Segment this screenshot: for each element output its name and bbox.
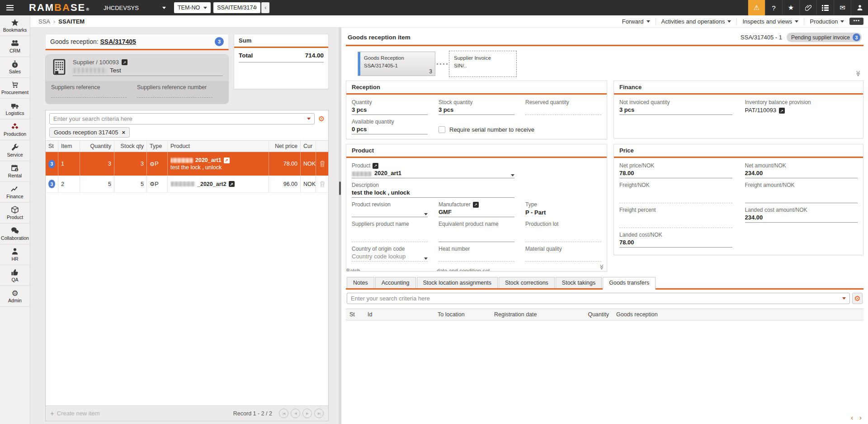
delete-row-icon[interactable]	[320, 161, 325, 167]
col-header-registration-date[interactable]: Registration date	[491, 309, 565, 320]
sidebar-item-sales[interactable]: $ Sales	[0, 57, 30, 78]
sidebar-item-procurement[interactable]: Procurement	[0, 78, 30, 99]
scroll-more-icon[interactable]: ≫	[599, 264, 605, 270]
table-row-selected[interactable]: 3 1 3 3 ⚙P 2020_art1 ↗	[46, 152, 328, 176]
transfers-settings-button[interactable]: ⚙	[852, 293, 863, 304]
rambase-logo[interactable]: RAMBASE®	[29, 2, 90, 14]
create-new-item-button[interactable]: + Create new item	[50, 410, 99, 417]
col-header-st[interactable]: St	[46, 141, 58, 152]
sidebar-item-bookmarks[interactable]: Bookmarks	[0, 15, 30, 36]
sidebar-item-qa[interactable]: QA	[0, 265, 30, 286]
tab-stock-takings[interactable]: Stock takings	[556, 277, 602, 288]
sidebar-item-crm[interactable]: CRM	[0, 36, 30, 57]
dropdown-caret-icon[interactable]	[511, 174, 514, 176]
landed-cost-field[interactable]: Landed cost/NOK 78.00	[619, 231, 732, 248]
equivalent-product-name-field[interactable]: Equivalent product name	[439, 220, 514, 242]
doc-back-button[interactable]: ‹	[261, 2, 269, 13]
open-product-link-icon[interactable]: ↗	[373, 163, 378, 169]
collapse-section-icon[interactable]: ≫	[855, 71, 862, 77]
menu-inspects-views[interactable]: Inspects and views	[742, 18, 798, 25]
tab-goods-transfers[interactable]: Goods transfers	[603, 277, 656, 290]
tab-stock-location-assignments[interactable]: Stock location assignments	[417, 277, 498, 288]
help-button[interactable]: ?	[765, 0, 782, 15]
col-header-product[interactable]: Product	[168, 141, 269, 152]
menu-activities-operations[interactable]: Activities and operations	[661, 18, 731, 25]
menu-production[interactable]: Production	[810, 18, 844, 25]
messages-button[interactable]: ✉	[834, 0, 851, 15]
task-list-button[interactable]	[816, 0, 834, 15]
more-actions-button[interactable]: •••	[849, 18, 863, 25]
doc-type-selector[interactable]: TEM-NO	[174, 2, 211, 13]
col-header-quantity[interactable]: Quantity	[565, 309, 613, 320]
col-header-item[interactable]: Item	[58, 141, 80, 152]
dropdown-caret-icon[interactable]	[424, 257, 428, 260]
manufacturer-field[interactable]: Manufacturer ↗ GMF	[439, 200, 514, 217]
col-header-stock-qty[interactable]: Stock qty	[114, 141, 147, 152]
freight-amount-field[interactable]: Freight amount/NOK	[745, 181, 858, 203]
flow-card-supplier-invoice[interactable]: Supplier Invoice SIN/..	[449, 51, 517, 77]
pagination-next-button[interactable]: ▶	[302, 409, 312, 418]
open-product-link-icon[interactable]: ↗	[224, 157, 230, 163]
pagination-first-button[interactable]: |◀	[279, 409, 288, 418]
country-of-origin-field[interactable]: Country of origin code Country code look…	[352, 245, 428, 262]
stock-quantity-field[interactable]: Stock quantity 3 pcs	[439, 98, 514, 115]
pagination-prev-button[interactable]: ◀	[291, 409, 300, 418]
quantity-field[interactable]: Quantity 3 pcs	[352, 98, 428, 115]
table-row[interactable]: 3 2 5 5 ⚙P _2020_art2 ↗	[46, 176, 328, 193]
tab-accounting[interactable]: Accounting	[375, 277, 416, 288]
tab-stock-corrections[interactable]: Stock corrections	[499, 277, 555, 288]
filter-chip-close-icon[interactable]: ×	[122, 129, 125, 136]
sidebar-item-collaboration[interactable]: Collaboration	[0, 224, 30, 244]
delete-row-icon[interactable]	[320, 181, 325, 187]
user-button[interactable]	[851, 0, 868, 15]
suppliers-reference-field[interactable]	[51, 97, 127, 98]
sidebar-item-logistics[interactable]: Logistics	[0, 99, 30, 119]
product-revision-field[interactable]: Product revision	[352, 200, 428, 217]
col-header-to-location[interactable]: To location	[434, 309, 491, 320]
available-quantity-field[interactable]: Available quantity 0 pcs	[352, 118, 428, 134]
col-header-type[interactable]: Type	[147, 141, 168, 152]
description-field[interactable]: Description test the lock , unlock	[352, 181, 514, 198]
supplier-name-field[interactable]: Test	[73, 67, 223, 76]
type-field[interactable]: Type P - Part	[525, 200, 601, 217]
transfers-search-input[interactable]	[351, 295, 840, 302]
tab-notes[interactable]: Notes	[347, 277, 374, 288]
flow-card-goods-reception[interactable]: Goods Reception SSA/317405-1 3	[358, 52, 435, 76]
dropdown-caret-icon[interactable]	[424, 213, 428, 215]
open-supplier-link-icon[interactable]: ↗	[122, 59, 127, 65]
sidebar-item-finance[interactable]: Finance	[0, 182, 30, 203]
net-amount-field[interactable]: Net amount/NOK 234.00	[745, 162, 858, 178]
heat-number-field[interactable]: Heat number	[439, 245, 514, 262]
open-product-link-icon[interactable]: ↗	[229, 181, 235, 187]
col-header-cur[interactable]: Cur	[301, 141, 316, 152]
col-header-st[interactable]: St	[346, 309, 364, 320]
col-header-net-price[interactable]: Net price	[269, 141, 301, 152]
search-dropdown-icon[interactable]	[307, 118, 311, 120]
require-serial-checkbox[interactable]	[439, 126, 445, 133]
items-search-input[interactable]	[53, 115, 304, 122]
breadcrumb-root[interactable]: SSA	[38, 18, 50, 25]
menu-forward[interactable]: Forward	[622, 18, 650, 25]
suppliers-reference-number-field[interactable]	[137, 97, 212, 98]
open-provision-link-icon[interactable]: ↗	[779, 108, 785, 114]
goods-reception-link[interactable]: SSA/317405	[100, 38, 136, 45]
pagination-last-button[interactable]: ▶|	[314, 409, 324, 418]
hamburger-menu-icon[interactable]	[0, 0, 20, 15]
filter-chip[interactable]: Goods reception 317405 ×	[49, 127, 130, 138]
sidebar-item-hr[interactable]: HR	[0, 244, 30, 265]
open-manufacturer-link-icon[interactable]: ↗	[473, 202, 479, 208]
sidebar-item-production[interactable]: Production	[0, 119, 30, 140]
sidebar-item-admin[interactable]: ⚙ Admin	[0, 286, 30, 307]
suppliers-product-name-field[interactable]: Suppliers product name	[352, 220, 428, 242]
sidebar-item-rental[interactable]: $ Rental	[0, 161, 30, 182]
attachments-button[interactable]	[799, 0, 816, 15]
material-quality-field[interactable]: Material quality	[525, 245, 601, 262]
doc-id-input[interactable]	[217, 5, 257, 11]
search-settings-gear-icon[interactable]: ⚙	[318, 115, 325, 123]
environment-selector[interactable]: JHCDEVSYS	[104, 5, 166, 11]
production-lot-field[interactable]: Production lot	[525, 220, 601, 242]
alerts-button[interactable]: ⚠	[748, 0, 765, 15]
landed-cost-amount-field[interactable]: Landed cost amount/NOK 234.00	[745, 206, 858, 228]
net-price-field[interactable]: Net price/NOK 78.00	[619, 162, 732, 178]
col-header-goods-reception[interactable]: Goods reception	[613, 309, 863, 320]
